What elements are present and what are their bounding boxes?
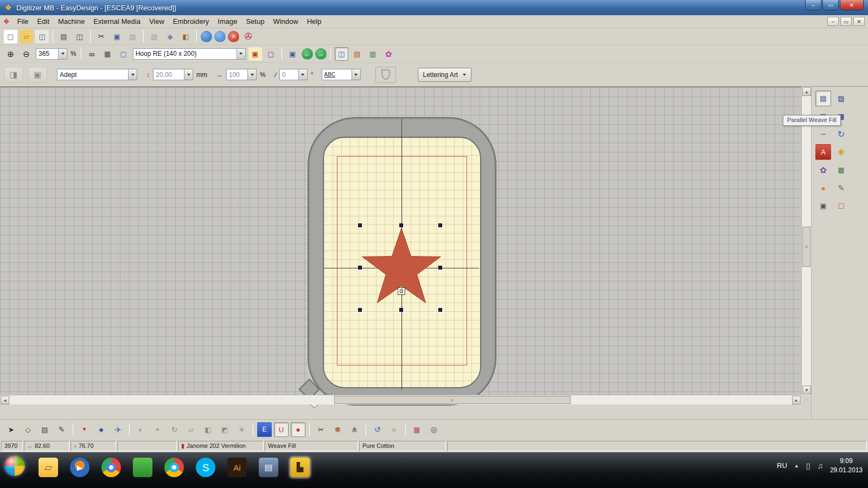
thread-colors-icon[interactable]: E xyxy=(257,422,272,437)
overview-window-icon[interactable]: ▢ xyxy=(264,47,278,61)
device-icon[interactable]: ▯ xyxy=(806,461,810,470)
select-object-icon[interactable]: ➤ xyxy=(4,422,18,437)
gradient-fill-icon[interactable]: ● xyxy=(815,180,831,196)
applique-tool-icon[interactable]: ✿ xyxy=(815,162,831,178)
green-app-icon[interactable] xyxy=(133,458,152,477)
scroll-up-button[interactable]: ▲ xyxy=(802,87,811,96)
menu-item-edit[interactable]: Edit xyxy=(33,16,54,27)
design-flower-icon[interactable]: ✿ xyxy=(382,47,395,61)
freehand-draw-icon[interactable]: ✎ xyxy=(833,180,849,196)
presentation-app-icon[interactable]: ▤ xyxy=(259,458,278,477)
stitch-color-icon[interactable]: ● xyxy=(291,422,305,437)
parallel-weave-fill-icon[interactable]: ▨ xyxy=(833,91,849,106)
font-combo[interactable]: Adept xyxy=(57,69,137,80)
outline-stitch-icon[interactable]: ┄ xyxy=(815,126,831,142)
zoom-combo-button[interactable] xyxy=(58,49,67,59)
baseline-combo-button[interactable] xyxy=(352,69,360,80)
start-button[interactable] xyxy=(4,455,25,476)
titlebar[interactable]: ❖ Digitizer MB - EasyDesign - [ESCEA9 [R… xyxy=(0,0,868,15)
vertical-scroll-thumb[interactable]: ≡ xyxy=(802,227,810,267)
windows-explorer-icon[interactable]: ▱ xyxy=(39,458,58,477)
letter-width-combo[interactable]: 100 xyxy=(226,69,257,80)
polygon-select-icon[interactable]: ◇ xyxy=(21,422,35,437)
scroll-down-button[interactable]: ▼ xyxy=(802,386,811,394)
menu-item-embroidery[interactable]: Embroidery xyxy=(169,16,213,27)
design-canvas[interactable] xyxy=(0,87,801,395)
pattern-stamp-icon[interactable]: ▦ xyxy=(833,162,849,178)
star-burst-icon[interactable]: ✱ xyxy=(833,144,849,160)
letter-slant-combo-button[interactable] xyxy=(298,69,307,80)
print-preview-icon[interactable]: ◫ xyxy=(73,30,86,43)
horizontal-scroll-thumb[interactable]: ≡ xyxy=(334,396,571,404)
letter-height-combo-button[interactable] xyxy=(184,69,193,80)
arc-rotate-icon[interactable]: ↺ xyxy=(370,422,385,437)
design-snapshot-icon[interactable]: ▣ xyxy=(815,198,831,214)
hoop-layout-icon[interactable]: ◎ xyxy=(426,422,441,437)
media-player-icon[interactable]: ▶ xyxy=(70,458,90,477)
color-mosaic-icon[interactable]: ▦ xyxy=(410,422,424,437)
horizontal-scrollbar[interactable]: ◄ ≡ ► xyxy=(0,395,801,404)
clock[interactable]: 9:09 29.01.2013 xyxy=(830,457,863,475)
circular-array-icon[interactable]: ↻ xyxy=(833,126,849,142)
color-frame-icon[interactable]: □ xyxy=(833,198,849,214)
menu-item-image[interactable]: Image xyxy=(213,16,241,27)
color-film-icon[interactable]: ◧ xyxy=(179,30,193,43)
touch-up-icon[interactable]: ◆ xyxy=(163,30,177,43)
forward-view-icon[interactable]: → xyxy=(315,48,327,60)
sequence-by-color-icon[interactable]: ▤ xyxy=(350,47,364,61)
lettering-art-button[interactable]: Lettering Art xyxy=(418,68,472,82)
close-button[interactable]: ✕ xyxy=(840,0,864,10)
hoop-combo[interactable]: Hoop RE (140 x 200) xyxy=(133,48,246,60)
start-marker-icon[interactable]: ▼ xyxy=(77,422,92,437)
open-design-icon[interactable]: ▱ xyxy=(20,30,33,43)
stitch-player-icon[interactable]: ✈ xyxy=(111,422,125,437)
close-design-icon[interactable]: ✕ xyxy=(228,31,239,42)
zoom-out-icon[interactable]: ⊖ xyxy=(20,47,33,61)
rotation-center-handle[interactable] xyxy=(398,287,405,295)
selection-handle-e[interactable] xyxy=(438,266,442,269)
menu-item-help[interactable]: Help xyxy=(303,16,326,27)
menu-item-external-media[interactable]: External Media xyxy=(89,16,145,27)
menu-item-window[interactable]: Window xyxy=(269,16,302,27)
selection-handle-s[interactable] xyxy=(399,308,403,312)
color-palette-icon[interactable]: ✽ xyxy=(330,422,345,437)
mdi-minimize-button[interactable]: – xyxy=(827,17,839,26)
monogramming-button[interactable] xyxy=(375,67,396,83)
vertical-scrollbar[interactable]: ▲ ≡ ▼ xyxy=(801,87,811,395)
scroll-right-button[interactable]: ► xyxy=(792,396,801,404)
chrome-icon[interactable] xyxy=(101,458,121,477)
minimize-button[interactable]: – xyxy=(805,0,821,10)
selection-handle-w[interactable] xyxy=(358,266,362,269)
grid-toggle-icon[interactable]: ▦ xyxy=(101,47,114,61)
cut-icon[interactable]: ✂ xyxy=(94,30,108,43)
hoop-settings-icon[interactable]: ▣ xyxy=(248,47,262,61)
digitizer-app-icon[interactable]: ▙ xyxy=(290,458,310,477)
skype-icon[interactable]: S xyxy=(196,458,215,477)
font-combo-button[interactable] xyxy=(128,69,137,80)
selection-handle-nw[interactable] xyxy=(358,223,362,227)
stitch-glasses-icon[interactable]: ∞ xyxy=(85,47,99,61)
tray-expand-icon[interactable]: ▲ xyxy=(794,463,799,468)
reshape-object-icon[interactable]: ✎ xyxy=(54,422,69,437)
zoom-level-combo[interactable]: 365 xyxy=(36,48,67,60)
hoop-combo-button[interactable] xyxy=(237,49,245,59)
selection-handle-n[interactable] xyxy=(399,223,403,227)
letter-width-combo-button[interactable] xyxy=(247,69,256,80)
cut-stitches-icon[interactable]: ✂ xyxy=(314,422,328,437)
zoom-in-icon[interactable]: ⊕ xyxy=(4,47,17,61)
menu-item-machine[interactable]: Machine xyxy=(54,16,89,27)
ellipse-tool-icon[interactable]: ○ xyxy=(387,422,401,437)
design-view-icon[interactable]: ▢ xyxy=(117,47,130,61)
menu-item-file[interactable]: File xyxy=(13,16,33,27)
stitch-world-icon[interactable] xyxy=(201,31,212,42)
selection-handle-sw[interactable] xyxy=(358,308,362,312)
branching-tool-icon[interactable]: ⋔ xyxy=(347,422,362,437)
restore-button[interactable]: ▭ xyxy=(822,0,839,10)
embroidery-machine-icon[interactable]: ✇ xyxy=(241,30,255,43)
object-properties-icon[interactable]: ▣ xyxy=(286,47,299,61)
magnet-tool-icon[interactable]: U xyxy=(274,422,289,437)
weave-fill-icon[interactable]: ▤ xyxy=(815,91,831,106)
letter-slant-combo[interactable]: 0 xyxy=(279,69,308,80)
selection-handle-se[interactable] xyxy=(438,308,442,312)
menu-item-setup[interactable]: Setup xyxy=(241,16,269,27)
